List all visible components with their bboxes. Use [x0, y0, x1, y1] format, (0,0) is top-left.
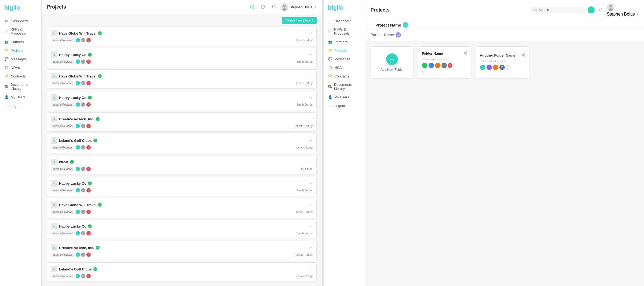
- sidebar-item-logout-left[interactable]: → Logout: [0, 101, 41, 110]
- more-options-button[interactable]: ···: [308, 159, 313, 164]
- search-input[interactable]: [539, 8, 582, 12]
- assignee-label: Leland Long: [296, 146, 313, 149]
- more-options-button[interactable]: ···: [308, 267, 313, 272]
- sidebar-item-logout-right[interactable]: → Logout: [324, 101, 365, 110]
- svg-line-14: [465, 53, 466, 54]
- tag-label: Internal Reviews: [51, 124, 74, 128]
- logout-icon: →: [4, 103, 9, 108]
- grid-icon: ⊞: [4, 19, 9, 23]
- sidebar-item-partners-left[interactable]: 👥 Partners: [0, 38, 41, 46]
- breadcrumb: ← Project Name G2: [365, 20, 644, 30]
- more-options-button[interactable]: ···: [308, 181, 313, 186]
- status-badge: [88, 224, 92, 228]
- folder-avatar: [428, 62, 434, 68]
- sidebar-item-rfps-left[interactable]: 📄 RFPs & Proposals: [0, 25, 41, 38]
- more-options-button[interactable]: ···: [308, 52, 313, 57]
- sidebar-item-myusers-right[interactable]: 👤 My Users: [324, 93, 365, 101]
- folder-meta-1: A: [422, 71, 424, 74]
- mini-icon-gray: ✓: [81, 210, 85, 214]
- more-options-button[interactable]: ···: [308, 138, 313, 143]
- add-project-icon-btn[interactable]: [248, 3, 256, 11]
- folders-area: + Add New Folder Folder Name Shared with…: [365, 41, 644, 286]
- status-badge: [93, 139, 97, 142]
- sidebar-item-documents-right[interactable]: 📚 Documents Library: [324, 80, 365, 93]
- more-options-button[interactable]: ···: [308, 31, 313, 36]
- folder-name-2: Another Folder Name: [480, 53, 515, 57]
- right-logo: biglio: [324, 4, 365, 17]
- sidebar-item-messages-right[interactable]: 💬 Messages: [324, 55, 365, 63]
- more-options-button[interactable]: ···: [308, 245, 313, 250]
- sidebar-item-contracts-right[interactable]: 📝 Contracts: [324, 72, 365, 80]
- add-new-folder-card[interactable]: + Add New Folder: [371, 46, 414, 79]
- notification-btn-right[interactable]: [597, 6, 604, 13]
- sidebar-item-ndas-right[interactable]: 📋 NDAs: [324, 63, 365, 72]
- sidebar-item-documents-left[interactable]: 📚 Documents Library: [0, 80, 41, 93]
- project-badge: G2: [403, 22, 408, 28]
- mini-icon-red: ✕: [86, 252, 91, 257]
- chevron-down-icon-r: ▼: [636, 13, 639, 16]
- project-logo: b: [51, 116, 57, 122]
- contract-icon-r: 📝: [328, 74, 332, 78]
- sidebar-item-dashboard-left[interactable]: ⊞ Dashboard: [0, 17, 41, 25]
- refresh-icon-btn[interactable]: [259, 3, 267, 11]
- sidebar-item-dashboard-right[interactable]: ⊞ Dashboard: [324, 17, 365, 25]
- table-row: b Leland's Golf Clubs ··· Internal Revie…: [47, 262, 317, 282]
- tag-label: Internal Reviews: [51, 274, 74, 278]
- tag-label: Internal Reviews: [51, 231, 74, 235]
- more-options-button[interactable]: ···: [308, 117, 313, 121]
- folder-icon: 📁: [4, 48, 9, 53]
- assignee-label: Leland Long: [296, 274, 313, 278]
- partner-row: Partner Name G2: [365, 30, 644, 41]
- add-folder-icon: +: [386, 53, 398, 65]
- share-icon-1[interactable]: [464, 51, 467, 56]
- add-button-right[interactable]: +: [588, 6, 595, 13]
- status-badge: [88, 53, 92, 57]
- more-options-button[interactable]: ···: [308, 95, 313, 100]
- share-icon-2[interactable]: [522, 53, 525, 58]
- table-row: b Creative AdTech, Inc. ··· Internal Rev…: [47, 112, 317, 132]
- left-sidebar: biglio ⊞ Dashboard 📄 RFPs & Proposals 👥 …: [0, 0, 42, 286]
- create-btn-row: Create new project: [42, 14, 322, 27]
- assignee-label: Smith Jones: [296, 103, 313, 106]
- sidebar-item-rfps-right[interactable]: 📄 RFPs & Proposals: [324, 25, 365, 38]
- project-logo: b: [51, 30, 57, 36]
- mini-icon-red: ✕: [86, 167, 91, 171]
- status-badge: [70, 160, 74, 164]
- table-row: b Happy Lucky Co ··· Internal Reviews ✓ …: [47, 48, 317, 67]
- create-new-project-button[interactable]: Create new project: [282, 17, 317, 24]
- right-user-info: Stephen Bolus ▼: [607, 3, 639, 17]
- right-main: Projects + Stephen Bolus ▼: [365, 0, 644, 286]
- sidebar-item-projects-right[interactable]: 📁 Projects: [324, 46, 365, 55]
- chevron-down-icon: ▼: [314, 6, 317, 9]
- mini-icon-teal: ✓: [76, 274, 80, 278]
- folder-avatar-count: 3B: [441, 62, 447, 68]
- remove-folder-button-1[interactable]: ✕: [448, 63, 452, 68]
- sidebar-item-contracts-left[interactable]: 📝 Contracts: [0, 72, 41, 80]
- mini-icon-gray: ✓: [81, 145, 85, 150]
- sidebar-item-messages-left[interactable]: 💬 Messages: [0, 55, 41, 63]
- sidebar-item-ndas-left[interactable]: 📋 NDAs: [0, 63, 41, 72]
- left-avatar: [281, 3, 288, 11]
- assignee-label: Smith Jones: [296, 232, 313, 235]
- folder-shared-label-1: Shared with 5 people: [422, 58, 447, 61]
- more-options-button[interactable]: ···: [308, 74, 313, 79]
- sidebar-item-projects-left[interactable]: 📁 Projects: [0, 46, 41, 55]
- project-logo: b: [51, 73, 57, 79]
- more-options-button[interactable]: ···: [308, 202, 313, 207]
- sidebar-item-partners-right[interactable]: 👥 Partners: [324, 38, 365, 46]
- mini-icon-teal: ✓: [76, 210, 80, 214]
- svg-point-11: [466, 51, 467, 53]
- svg-line-15: [465, 52, 466, 53]
- status-badge: [93, 267, 97, 271]
- more-options-button[interactable]: ···: [308, 224, 313, 229]
- svg-point-18: [524, 55, 525, 57]
- svg-point-12: [464, 53, 465, 54]
- status-badge: [88, 96, 92, 99]
- notification-icon-btn[interactable]: [270, 3, 277, 11]
- back-button[interactable]: ←: [371, 23, 374, 27]
- add-to-folder-button-2[interactable]: +: [506, 65, 510, 70]
- right-panel: biglio ⊞ Dashboard 📄 RFPs & Proposals 👥 …: [322, 0, 644, 286]
- left-header: Projects Stephen Bolus ▼: [42, 0, 322, 14]
- sidebar-item-myusers-left[interactable]: 👤 My Users: [0, 93, 41, 101]
- svg-line-7: [536, 10, 537, 11]
